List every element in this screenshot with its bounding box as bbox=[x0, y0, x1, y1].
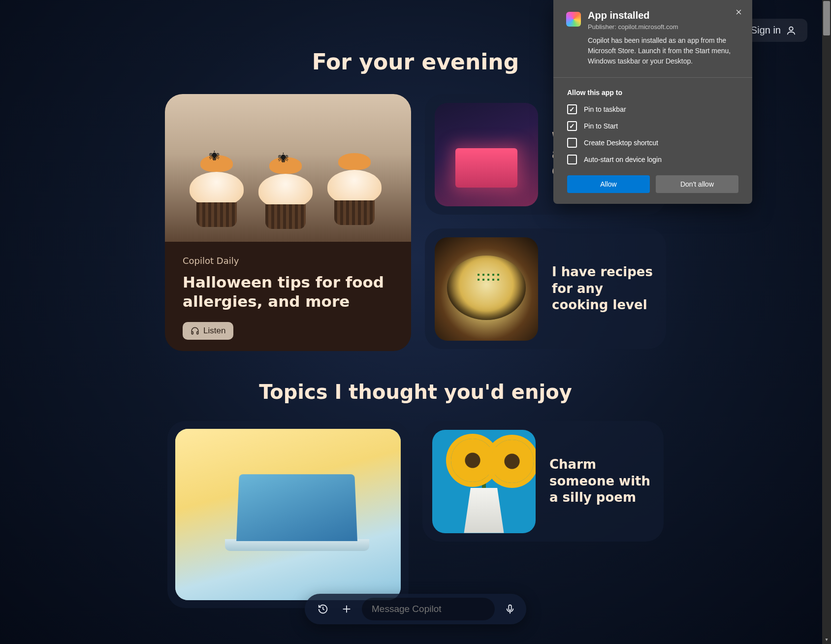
scrollbar-thumb[interactable] bbox=[823, 1, 830, 35]
modal-permissions: Allow this app to Pin to taskbar Pin to … bbox=[553, 78, 752, 204]
topic-card-label: Charm someone with a silly poem bbox=[549, 456, 654, 506]
compose-input-wrap[interactable] bbox=[362, 598, 495, 620]
history-icon[interactable] bbox=[315, 601, 331, 617]
topic-card-poem[interactable]: Charm someone with a silly poem bbox=[422, 421, 664, 542]
featured-card-image bbox=[165, 94, 411, 242]
plus-icon[interactable] bbox=[338, 601, 355, 617]
page-root: ▾ Sign in For your evening bbox=[0, 0, 831, 644]
topic-card-large-image bbox=[175, 429, 401, 600]
svg-rect-5 bbox=[509, 605, 511, 611]
copilot-logo-icon bbox=[566, 12, 581, 27]
modal-publisher: Publisher: copilot.microsoft.com bbox=[588, 23, 739, 31]
user-icon bbox=[786, 25, 797, 36]
allow-button[interactable]: Allow bbox=[567, 175, 650, 193]
dont-allow-button[interactable]: Don't allow bbox=[656, 175, 738, 193]
modal-buttons: Allow Don't allow bbox=[567, 175, 738, 193]
scroll-down-arrow-icon[interactable]: ▾ bbox=[823, 635, 830, 643]
listen-label: Listen bbox=[203, 326, 225, 336]
svg-rect-2 bbox=[197, 331, 198, 334]
topic-card-thumb-sunflowers bbox=[432, 430, 536, 533]
perm-pin-start[interactable]: Pin to Start bbox=[567, 121, 738, 131]
featured-card[interactable]: Copilot Daily Halloween tips for food al… bbox=[165, 94, 411, 351]
listen-button[interactable]: Listen bbox=[183, 322, 233, 340]
perm-autostart[interactable]: Auto-start on device login bbox=[567, 155, 738, 164]
checkbox-checked-icon[interactable] bbox=[567, 104, 577, 114]
small-card-label: I have recipes for any cooking level bbox=[552, 264, 656, 314]
small-card-thumb-bedroom bbox=[435, 103, 538, 206]
svg-rect-1 bbox=[192, 331, 193, 334]
small-card-thumb-soup bbox=[435, 237, 538, 341]
spider-decoration-icon bbox=[209, 150, 224, 162]
modal-header: App installed Publisher: copilot.microso… bbox=[553, 0, 752, 77]
permissions-title: Allow this app to bbox=[567, 89, 738, 97]
checkbox-unchecked-icon[interactable] bbox=[567, 138, 577, 148]
topic-card-large[interactable] bbox=[167, 421, 409, 608]
perm-label: Create Desktop shortcut bbox=[584, 139, 658, 147]
topics-small-col: Charm someone with a silly poem bbox=[422, 421, 664, 608]
compose-input[interactable] bbox=[372, 604, 485, 614]
vertical-scrollbar[interactable]: ▾ bbox=[822, 0, 831, 644]
checkbox-checked-icon[interactable] bbox=[567, 121, 577, 131]
perm-label: Pin to taskbar bbox=[584, 105, 626, 113]
modal-title: App installed bbox=[588, 10, 739, 21]
featured-eyebrow: Copilot Daily bbox=[183, 256, 393, 266]
microphone-icon[interactable] bbox=[502, 601, 518, 617]
compose-bar bbox=[305, 594, 526, 624]
sign-in-label: Sign in bbox=[751, 25, 781, 36]
perm-label: Auto-start on device login bbox=[584, 156, 662, 163]
small-card-recipes[interactable]: I have recipes for any cooking level bbox=[425, 228, 666, 349]
headphones-icon bbox=[191, 326, 199, 335]
svg-point-0 bbox=[789, 27, 793, 30]
app-installed-modal: App installed Publisher: copilot.microso… bbox=[553, 0, 752, 204]
perm-desktop-shortcut[interactable]: Create Desktop shortcut bbox=[567, 138, 738, 148]
topics-cards-row: Charm someone with a silly poem bbox=[162, 421, 669, 608]
modal-description: Copilot has been installed as an app fro… bbox=[588, 35, 739, 66]
section-title-topics: Topics I thought you'd enjoy bbox=[0, 381, 831, 403]
perm-label: Pin to Start bbox=[584, 122, 618, 130]
spider-decoration-icon bbox=[278, 152, 293, 164]
featured-card-text: Copilot Daily Halloween tips for food al… bbox=[165, 242, 411, 351]
checkbox-unchecked-icon[interactable] bbox=[567, 155, 577, 164]
featured-title: Halloween tips for food allergies, and m… bbox=[183, 273, 393, 311]
perm-pin-taskbar[interactable]: Pin to taskbar bbox=[567, 104, 738, 114]
